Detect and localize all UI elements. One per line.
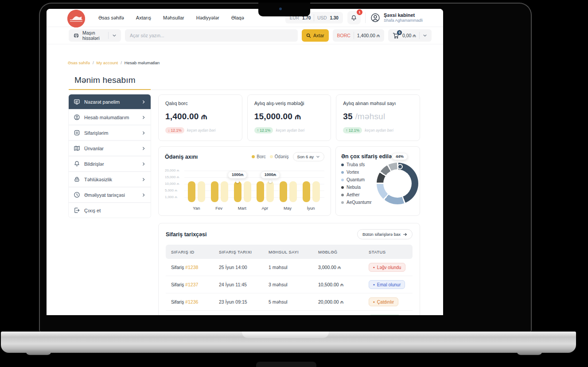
order-prefix: Sifariş (171, 282, 184, 287)
search-button-label: Axtar (313, 33, 324, 38)
sidebar-item-account-info[interactable]: Hesab məlumatlarım (69, 110, 151, 125)
search-button[interactable]: Axtar (302, 29, 329, 42)
column-header: SIFARIŞ TARIXI (219, 250, 269, 254)
chevron-down-icon[interactable] (423, 33, 427, 38)
top-navbar: Əsas səhifə Axtarış Məhsullar Hədiyyələr… (47, 9, 443, 27)
order-date: 23 İyun 09:15 (219, 299, 269, 305)
page-title: Mənim hesabım (74, 75, 136, 85)
bar-Borc[interactable]: 1000₼ (234, 181, 241, 202)
donut-legend-dot (341, 171, 344, 174)
account-sidebar: Nəzarət panelim Hesab məlumatlarım Sifar (69, 94, 151, 218)
view-all-orders-button[interactable]: Bütün sifarişlərə bax (357, 229, 413, 239)
bar-Ödəniş[interactable] (221, 181, 228, 202)
donut-legend-dot (341, 164, 344, 166)
donut-legend-item: Aether (341, 191, 372, 199)
bar-Ödəniş[interactable]: 1000₼ (266, 181, 274, 202)
menu-item-search[interactable]: Axtarış (136, 15, 151, 20)
order-qty: 3 məhsul (269, 282, 318, 287)
table-row[interactable]: Sifariş #1236 23 İyun 09:15 5 məhsul 20,… (166, 293, 413, 311)
period-filter-dropdown[interactable]: Son 6 ay (293, 152, 325, 161)
order-id-link[interactable]: #1237 (185, 282, 198, 287)
orders-icon (74, 129, 80, 136)
bar-Ödəniş[interactable] (289, 181, 297, 202)
bar-Borc[interactable] (280, 181, 287, 202)
notifications-button[interactable]: 1 (347, 11, 361, 24)
sidebar-item-dashboard[interactable]: Nəzarət panelim (69, 94, 151, 110)
bar-group: 1000₼ (234, 181, 251, 202)
chevron-right-icon (141, 193, 146, 197)
table-row[interactable]: Sifariş #1237 24 İyun 11:45 3 məhsul 10,… (166, 276, 413, 293)
sidebar-item-label: Ünvanlar (84, 146, 104, 151)
debt-label: BORC (337, 33, 350, 38)
user-icon (74, 114, 80, 121)
stat-value: 15,000.00 ₼ (254, 112, 324, 121)
sidebar-item-orders[interactable]: Sifarişlərim (69, 125, 151, 141)
sidebar-item-history[interactable]: Əməliyyat tarixçəsi (69, 187, 151, 203)
menu-item-contact[interactable]: Əlaqə (231, 15, 244, 20)
order-id-link[interactable]: #1236 (185, 299, 198, 305)
account-title: Şəxsi kabinet (384, 12, 423, 19)
category-select[interactable]: Maşın hissələri (69, 29, 121, 42)
brand-logo[interactable] (67, 10, 85, 27)
bar-Borc[interactable] (188, 181, 195, 202)
user-circle-icon (370, 12, 381, 23)
sidebar-item-label: Əməliyyat tarixçəsi (84, 192, 125, 198)
menu-item-home[interactable]: Əsas səhifə (98, 15, 124, 20)
divider (354, 32, 354, 39)
order-id-link[interactable]: #1238 (185, 265, 198, 270)
chart-legend: Borc Ödəniş (252, 154, 288, 159)
breadcrumb-home[interactable]: Əsas səhifə (68, 60, 90, 65)
breadcrumb-my-account[interactable]: My account (97, 60, 118, 65)
x-axis-label: May (284, 206, 292, 211)
cart-widget[interactable]: 0 0,00 ₼ (388, 29, 432, 42)
status-badge-processing: Emal olunur (369, 280, 405, 289)
trend-up-badge: ↑ 12.1% (254, 127, 273, 133)
x-axis-label: İyun (307, 206, 315, 211)
orders-title: Sifariş tarixçəsi (166, 231, 206, 238)
donut-tooltip: 44% (392, 153, 408, 160)
table-row-partial[interactable] (166, 311, 413, 315)
sidebar-item-security[interactable]: Təhlükəsizlik (69, 172, 151, 187)
status-badge-cancelled: Ləğv olundu (369, 263, 405, 272)
chevron-right-icon (141, 115, 146, 120)
sidebar-item-notifications[interactable]: Bildirişlər (69, 156, 151, 172)
stat-label: Aylıq alınan məhsul sayı (343, 101, 413, 106)
chevron-right-icon (141, 177, 146, 182)
search-input[interactable] (125, 29, 298, 42)
bar-Ödəniş[interactable] (244, 181, 251, 202)
bar-Borc[interactable] (211, 181, 218, 202)
laptop-notch (258, 3, 310, 16)
donut-legend-item: Quantum (341, 176, 372, 184)
menu-item-products[interactable]: Məhsullar (163, 15, 184, 20)
account-menu[interactable]: Şəxsi kabinet Shafa Aghamammadli (370, 12, 423, 23)
breadcrumb: Əsas səhifə / My account / Hesab məlumat… (68, 60, 160, 65)
bar-Ödəniş[interactable] (198, 181, 205, 202)
account-username: Shafa Aghamammadli (384, 18, 423, 23)
bell-icon (350, 15, 357, 21)
debt-indicator[interactable]: BORC 1,400.00 ₼ (333, 29, 384, 42)
bar-group (211, 181, 228, 202)
stat-note: keçən aydan bəri (276, 128, 304, 133)
bottom-device-edge (256, 362, 316, 367)
bar-Ödəniş[interactable] (312, 181, 320, 202)
table-row[interactable]: Sifariş #1238 25 İyun 14:00 1 məhsul 3,0… (166, 259, 413, 276)
sidebar-item-addresses[interactable]: Ünvanlar (69, 141, 151, 156)
trend-down-badge: ↓ 12.1% (165, 127, 184, 133)
map-icon (74, 145, 80, 152)
cart-count-badge: 0 (397, 30, 402, 35)
breadcrumb-separator: / (121, 60, 122, 65)
sidebar-item-logout[interactable]: Çıxış et (69, 203, 151, 218)
bar-Borc[interactable] (257, 181, 264, 202)
y-axis-tick: 15,000 ₼ (165, 175, 184, 180)
menu-item-gifts[interactable]: Hədiyyələr (196, 15, 219, 20)
donut-ring[interactable] (377, 163, 418, 204)
order-amount: 10,500.00 ₼ (318, 282, 369, 288)
webcam-icon (279, 8, 282, 10)
order-date: 25 İyun 14:00 (219, 265, 269, 270)
table-header-row: SIFARIŞ ID SIFARIŞ TARIXI MƏHSUL SAYI MƏ… (166, 245, 413, 259)
bar-legend-dot (252, 155, 255, 158)
bar-Borc[interactable] (303, 181, 310, 202)
search-toolbar: Maşın hissələri Axtar BORC 1,400.00 ₼ (47, 27, 443, 44)
y-axis-tick: 20,000 ₼ (165, 168, 184, 173)
order-qty: 1 məhsul (269, 265, 318, 270)
